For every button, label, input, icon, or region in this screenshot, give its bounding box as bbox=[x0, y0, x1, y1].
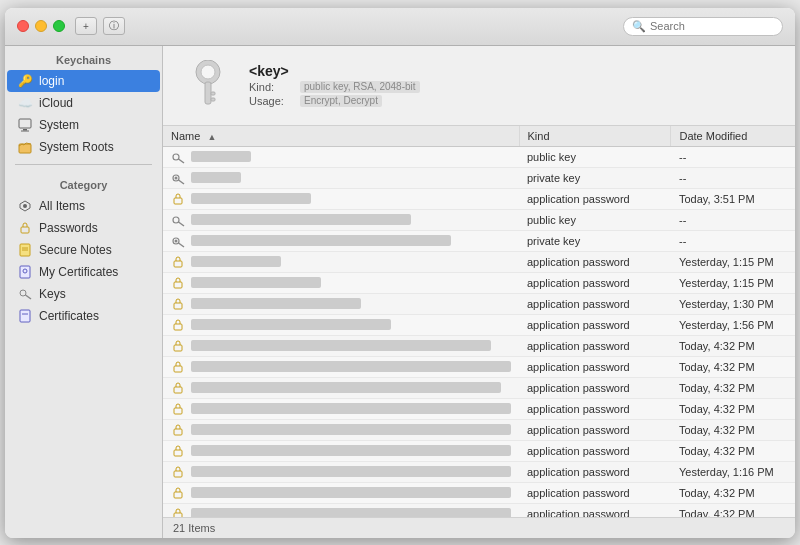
svg-rect-0 bbox=[19, 119, 31, 128]
titlebar: + ⓘ 🔍 bbox=[5, 8, 795, 46]
cell-date: Today, 4:32 PM bbox=[671, 377, 795, 398]
table-row[interactable]: application passwordToday, 4:32 PM bbox=[163, 503, 795, 517]
system-icon bbox=[17, 117, 33, 133]
svg-rect-9 bbox=[20, 266, 30, 278]
search-box[interactable]: 🔍 bbox=[623, 17, 783, 36]
table-row[interactable]: application passwordToday, 4:32 PM bbox=[163, 335, 795, 356]
svg-point-26 bbox=[173, 217, 179, 223]
svg-rect-1 bbox=[23, 129, 27, 131]
svg-point-30 bbox=[175, 239, 178, 242]
svg-rect-33 bbox=[174, 303, 182, 309]
cell-date: Today, 4:32 PM bbox=[671, 419, 795, 440]
cell-date: Yesterday, 1:16 PM bbox=[671, 461, 795, 482]
minimize-button[interactable] bbox=[35, 20, 47, 32]
table-row[interactable]: private key-- bbox=[163, 230, 795, 251]
keys-icon bbox=[17, 286, 33, 302]
table-row[interactable]: application passwordToday, 4:32 PM bbox=[163, 398, 795, 419]
table-row[interactable]: application passwordToday, 4:32 PM bbox=[163, 440, 795, 461]
row-icon bbox=[171, 234, 185, 248]
cell-date: Today, 4:32 PM bbox=[671, 356, 795, 377]
svg-rect-37 bbox=[174, 387, 182, 393]
sidebar-item-passwords-label: Passwords bbox=[39, 221, 98, 235]
cell-date: -- bbox=[671, 209, 795, 230]
col-header-name[interactable]: Name ▲ bbox=[163, 126, 519, 147]
sidebar-item-login[interactable]: 🔑 login bbox=[7, 70, 160, 92]
login-icon: 🔑 bbox=[17, 73, 33, 89]
sidebar-item-icloud[interactable]: ☁️ iCloud bbox=[7, 92, 160, 114]
sidebar-item-secure-notes[interactable]: Secure Notes bbox=[7, 239, 160, 261]
cell-kind: application password bbox=[519, 188, 671, 209]
key-kind-detail: Kind: public key, RSA, 2048-bit bbox=[249, 81, 420, 93]
maximize-button[interactable] bbox=[53, 20, 65, 32]
cell-name bbox=[163, 335, 519, 356]
row-icon bbox=[171, 402, 185, 416]
cell-name bbox=[163, 293, 519, 314]
cell-name bbox=[163, 503, 519, 517]
cell-date: Yesterday, 1:30 PM bbox=[671, 293, 795, 314]
sidebar-item-keys[interactable]: Keys bbox=[7, 283, 160, 305]
cell-name bbox=[163, 440, 519, 461]
sidebar-item-system[interactable]: System bbox=[7, 114, 160, 136]
table-row[interactable]: application passwordYesterday, 1:30 PM bbox=[163, 293, 795, 314]
svg-rect-36 bbox=[174, 366, 182, 372]
svg-rect-13 bbox=[20, 310, 30, 322]
sidebar: Keychains 🔑 login ☁️ iCloud System bbox=[5, 46, 163, 538]
items-table-container[interactable]: Name ▲ Kind Date Modified public key-- p… bbox=[163, 126, 795, 517]
table-row[interactable]: application passwordToday, 4:32 PM bbox=[163, 419, 795, 440]
table-row[interactable]: application passwordYesterday, 1:16 PM bbox=[163, 461, 795, 482]
cell-kind: application password bbox=[519, 293, 671, 314]
table-row[interactable]: application passwordYesterday, 1:15 PM bbox=[163, 272, 795, 293]
svg-rect-41 bbox=[174, 471, 182, 477]
svg-rect-31 bbox=[174, 261, 182, 267]
cell-name bbox=[163, 482, 519, 503]
cell-date: Yesterday, 1:56 PM bbox=[671, 314, 795, 335]
svg-rect-35 bbox=[174, 345, 182, 351]
add-button[interactable]: + bbox=[75, 17, 97, 35]
sidebar-divider bbox=[15, 164, 152, 165]
row-icon bbox=[171, 507, 185, 517]
cell-name bbox=[163, 209, 519, 230]
table-row[interactable]: application passwordToday, 4:32 PM bbox=[163, 356, 795, 377]
cell-date: Yesterday, 1:15 PM bbox=[671, 251, 795, 272]
sidebar-item-certificates[interactable]: Certificates bbox=[7, 305, 160, 327]
search-input[interactable] bbox=[650, 20, 774, 32]
sidebar-item-my-certificates-label: My Certificates bbox=[39, 265, 118, 279]
kind-label: Kind: bbox=[249, 81, 294, 93]
col-header-date[interactable]: Date Modified bbox=[671, 126, 795, 147]
passwords-icon bbox=[17, 220, 33, 236]
cell-kind: application password bbox=[519, 398, 671, 419]
table-row[interactable]: public key-- bbox=[163, 209, 795, 230]
cell-date: Today, 3:51 PM bbox=[671, 188, 795, 209]
cell-name bbox=[163, 419, 519, 440]
table-row[interactable]: application passwordToday, 3:51 PM bbox=[163, 188, 795, 209]
table-row[interactable]: application passwordToday, 4:32 PM bbox=[163, 482, 795, 503]
cell-kind: application password bbox=[519, 272, 671, 293]
sidebar-item-all-items[interactable]: All Items bbox=[7, 195, 160, 217]
cell-kind: public key bbox=[519, 146, 671, 167]
sidebar-item-my-certificates[interactable]: My Certificates bbox=[7, 261, 160, 283]
sidebar-item-system-roots-label: System Roots bbox=[39, 140, 114, 154]
table-row[interactable]: application passwordToday, 4:32 PM bbox=[163, 377, 795, 398]
main-content: Keychains 🔑 login ☁️ iCloud System bbox=[5, 46, 795, 538]
info-button[interactable]: ⓘ bbox=[103, 17, 125, 35]
svg-rect-25 bbox=[174, 198, 182, 204]
cell-kind: private key bbox=[519, 230, 671, 251]
close-button[interactable] bbox=[17, 20, 29, 32]
svg-line-27 bbox=[179, 222, 185, 226]
sidebar-item-system-roots[interactable]: System Roots bbox=[7, 136, 160, 158]
cell-name bbox=[163, 188, 519, 209]
cell-name bbox=[163, 398, 519, 419]
table-row[interactable]: application passwordYesterday, 1:15 PM bbox=[163, 251, 795, 272]
table-row[interactable]: application passwordYesterday, 1:56 PM bbox=[163, 314, 795, 335]
svg-point-11 bbox=[20, 290, 26, 296]
table-row[interactable]: public key-- bbox=[163, 146, 795, 167]
svg-point-16 bbox=[201, 65, 215, 79]
svg-rect-19 bbox=[211, 98, 215, 101]
table-row[interactable]: private key-- bbox=[163, 167, 795, 188]
row-icon bbox=[171, 381, 185, 395]
sidebar-item-passwords[interactable]: Passwords bbox=[7, 217, 160, 239]
col-header-kind[interactable]: Kind bbox=[519, 126, 671, 147]
row-icon bbox=[171, 150, 185, 164]
usage-label: Usage: bbox=[249, 95, 294, 107]
svg-rect-40 bbox=[174, 450, 182, 456]
